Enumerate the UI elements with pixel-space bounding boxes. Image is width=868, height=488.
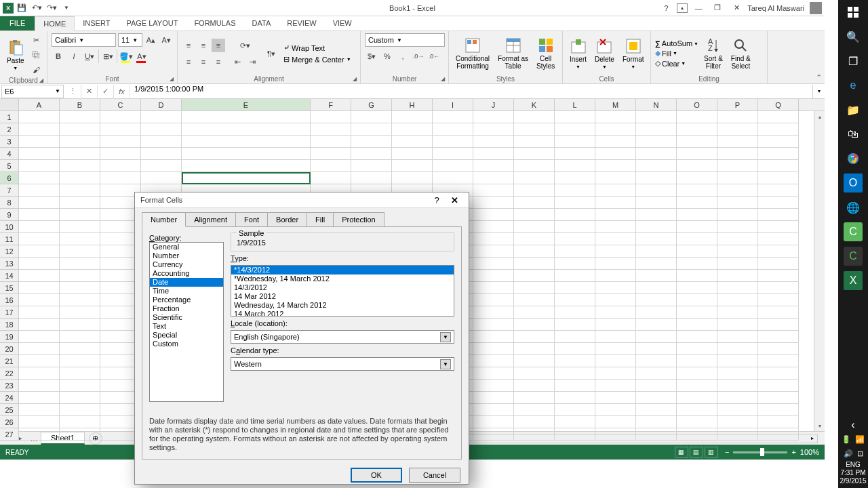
column-header[interactable]: C: [100, 99, 141, 110]
dialog-launcher-icon[interactable]: ◢: [167, 75, 176, 83]
cell[interactable]: [473, 172, 514, 184]
format-as-table-button[interactable]: Format as Table: [495, 34, 531, 73]
cell[interactable]: [141, 123, 182, 136]
format-cells-button[interactable]: Format▼: [620, 34, 647, 73]
column-header[interactable]: F: [311, 99, 351, 110]
cell[interactable]: [19, 245, 60, 258]
cell[interactable]: [473, 392, 514, 404]
column-header[interactable]: L: [555, 99, 595, 110]
cell[interactable]: [758, 343, 799, 355]
cell[interactable]: [595, 380, 636, 392]
paste-button[interactable]: Paste ▼: [4, 35, 27, 75]
column-header[interactable]: A: [19, 99, 60, 110]
cell[interactable]: [473, 282, 514, 294]
dialog-launcher-icon[interactable]: ◢: [439, 75, 447, 83]
cell[interactable]: [19, 306, 60, 319]
delete-cells-button[interactable]: Delete▼: [592, 34, 617, 73]
cell[interactable]: [636, 270, 677, 282]
cell[interactable]: [636, 380, 677, 392]
cell[interactable]: [595, 197, 636, 209]
sort-filter-button[interactable]: AZSort & Filter: [701, 34, 726, 73]
cell[interactable]: [636, 245, 677, 258]
row-header[interactable]: 7: [0, 184, 19, 197]
cell[interactable]: [473, 428, 514, 441]
cell[interactable]: [717, 331, 758, 343]
start-icon[interactable]: [838, 0, 868, 24]
cell[interactable]: [555, 184, 595, 197]
row-header[interactable]: 2: [0, 123, 19, 136]
type-item[interactable]: Wednesday, 14 March 2012: [231, 301, 454, 310]
row-header[interactable]: 20: [0, 343, 19, 355]
category-item[interactable]: Scientific: [150, 313, 223, 322]
cell[interactable]: [19, 136, 60, 148]
clear-button[interactable]: ◇ Clear ▼: [655, 59, 686, 68]
cell[interactable]: [311, 136, 351, 148]
cell[interactable]: [473, 209, 514, 221]
decrease-indent-icon[interactable]: ⇤: [231, 55, 244, 68]
collapse-ribbon-icon[interactable]: ⌃: [816, 73, 822, 82]
cell[interactable]: [555, 160, 595, 172]
cell[interactable]: [595, 392, 636, 404]
cell[interactable]: [717, 428, 758, 441]
cell[interactable]: [311, 111, 351, 123]
cell[interactable]: [717, 233, 758, 245]
cell[interactable]: [60, 258, 100, 270]
cell[interactable]: [636, 258, 677, 270]
row-header[interactable]: 5: [0, 160, 19, 172]
outlook-icon[interactable]: O: [844, 174, 863, 192]
cell[interactable]: [60, 331, 100, 343]
cell[interactable]: [351, 123, 392, 136]
cell[interactable]: [555, 392, 595, 404]
cell[interactable]: [717, 172, 758, 184]
network-icon[interactable]: ⊡: [857, 449, 863, 458]
cell[interactable]: [100, 148, 141, 160]
cell[interactable]: [100, 123, 141, 136]
cell[interactable]: [311, 148, 351, 160]
cell[interactable]: [595, 209, 636, 221]
column-header[interactable]: B: [60, 99, 100, 110]
cell[interactable]: [717, 111, 758, 123]
store-icon[interactable]: 🛍: [838, 122, 868, 146]
cell[interactable]: [514, 367, 555, 380]
search-icon[interactable]: 🔍: [838, 24, 868, 49]
cell[interactable]: [514, 209, 555, 221]
normal-view-icon[interactable]: ▦: [675, 447, 688, 458]
cell[interactable]: [514, 245, 555, 258]
row-header[interactable]: 27: [0, 428, 19, 441]
ribbon-options-icon[interactable]: ▴: [677, 3, 688, 13]
cell[interactable]: [60, 416, 100, 428]
dialog-tab-font[interactable]: Font: [235, 212, 268, 227]
row-header[interactable]: 16: [0, 294, 19, 306]
cell[interactable]: [555, 197, 595, 209]
cell[interactable]: [677, 258, 717, 270]
cell[interactable]: [717, 148, 758, 160]
cell[interactable]: [636, 404, 677, 416]
cell[interactable]: [758, 355, 799, 367]
tab-data[interactable]: DATA: [244, 16, 279, 30]
taskbar-date[interactable]: 2/9/2015: [840, 477, 867, 485]
cell[interactable]: [100, 136, 141, 148]
cell[interactable]: [514, 233, 555, 245]
cell[interactable]: [141, 111, 182, 123]
cell[interactable]: [677, 428, 717, 441]
cell[interactable]: [677, 148, 717, 160]
cell[interactable]: [473, 306, 514, 319]
minimize-icon[interactable]: —: [690, 1, 707, 15]
borders-icon[interactable]: ⊞▾: [101, 49, 115, 63]
cell[interactable]: [60, 148, 100, 160]
cell[interactable]: [60, 294, 100, 306]
cell[interactable]: [758, 331, 799, 343]
cell[interactable]: [19, 319, 60, 331]
cell[interactable]: [595, 343, 636, 355]
cell[interactable]: [636, 331, 677, 343]
cell[interactable]: [473, 245, 514, 258]
cell[interactable]: [514, 148, 555, 160]
dialog-tab-protection[interactable]: Protection: [333, 212, 384, 227]
cell[interactable]: [473, 355, 514, 367]
cell[interactable]: [100, 172, 141, 184]
cell[interactable]: [758, 209, 799, 221]
cell[interactable]: [514, 160, 555, 172]
cell[interactable]: [758, 416, 799, 428]
cell[interactable]: [141, 148, 182, 160]
cell[interactable]: [60, 306, 100, 319]
